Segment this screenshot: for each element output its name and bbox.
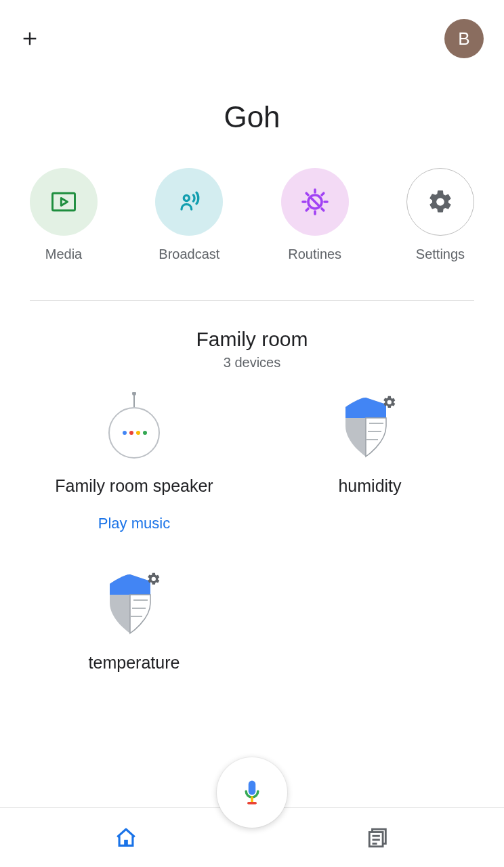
action-broadcast[interactable]: Broadcast [155, 168, 223, 262]
device-humidity[interactable]: humidity [252, 392, 488, 532]
svg-line-11 [322, 193, 324, 195]
assistant-mic-button[interactable] [217, 757, 287, 828]
shield-icon [103, 569, 165, 637]
svg-point-13 [132, 392, 136, 396]
svg-point-14 [109, 408, 159, 458]
room-subtitle: 3 devices [0, 355, 504, 371]
svg-line-3 [310, 197, 320, 207]
svg-rect-0 [53, 193, 75, 211]
action-settings-label: Settings [416, 247, 465, 262]
home-title: Goh [0, 100, 504, 134]
action-settings[interactable]: Settings [406, 168, 474, 262]
action-routines-label: Routines [288, 247, 341, 262]
svg-point-17 [136, 431, 140, 435]
plus-icon [20, 29, 39, 48]
shield-icon [339, 392, 401, 460]
device-speaker-label: Family room speaker [55, 476, 213, 496]
mic-icon [238, 778, 266, 807]
svg-line-8 [306, 193, 308, 195]
action-routines[interactable]: Routines [281, 168, 349, 262]
svg-rect-25 [124, 839, 128, 845]
feed-icon [366, 826, 390, 849]
nav-feed[interactable] [277, 826, 479, 849]
device-temperature-label: temperature [89, 653, 180, 673]
avatar-initial: B [458, 28, 469, 49]
home-icon [114, 826, 138, 849]
settings-icon [406, 168, 474, 236]
svg-point-16 [129, 431, 133, 435]
action-media[interactable]: Media [30, 168, 98, 262]
action-media-label: Media [45, 247, 82, 262]
media-icon [30, 168, 98, 236]
svg-line-9 [322, 209, 324, 211]
add-button[interactable] [20, 29, 39, 48]
room-title: Family room [0, 328, 504, 351]
nav-home[interactable] [25, 826, 227, 849]
svg-point-18 [143, 431, 147, 435]
broadcast-icon [155, 168, 223, 236]
device-humidity-label: humidity [338, 476, 401, 496]
action-broadcast-label: Broadcast [159, 247, 219, 262]
svg-point-15 [123, 431, 127, 435]
routines-icon [281, 168, 349, 236]
svg-line-10 [306, 209, 308, 211]
speaker-icon [107, 392, 161, 460]
divider [30, 300, 474, 301]
device-temperature[interactable]: temperature [16, 569, 252, 673]
svg-point-1 [184, 195, 190, 200]
avatar[interactable]: B [444, 19, 484, 58]
device-speaker-play[interactable]: Play music [98, 515, 170, 532]
device-speaker[interactable]: Family room speaker Play music [16, 392, 252, 532]
